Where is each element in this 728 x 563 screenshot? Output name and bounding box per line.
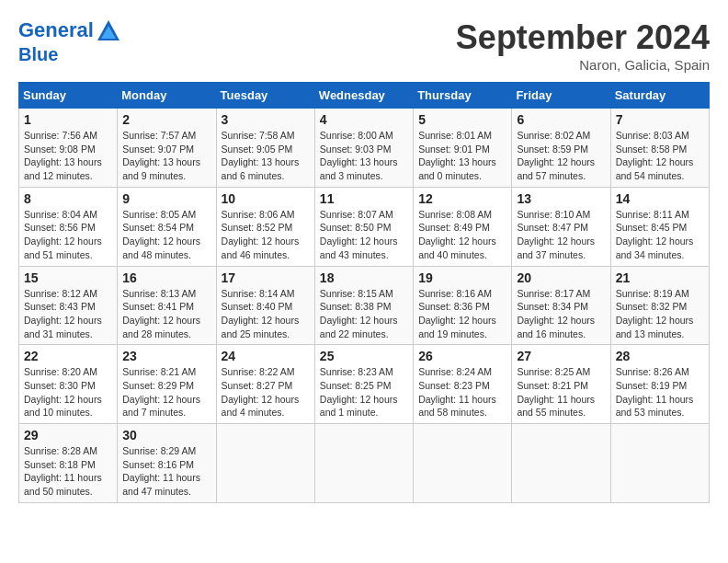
day-number: 4: [320, 112, 408, 127]
day-number: 10: [222, 191, 310, 206]
day-cell: [414, 424, 512, 503]
day-info: Sunrise: 8:03 AMSunset: 8:58 PMDaylight:…: [616, 129, 704, 183]
location: Naron, Galicia, Spain: [456, 57, 710, 73]
day-number: 13: [517, 191, 605, 206]
day-number: 7: [616, 112, 704, 127]
day-number: 2: [122, 112, 210, 127]
day-cell: 8 Sunrise: 8:04 AMSunset: 8:56 PMDayligh…: [19, 187, 118, 266]
day-number: 25: [320, 349, 408, 363]
day-cell: [512, 424, 610, 503]
col-header-monday: Monday: [118, 83, 216, 109]
day-info: Sunrise: 8:08 AMSunset: 8:49 PMDaylight:…: [418, 208, 506, 262]
day-number: 21: [616, 270, 704, 285]
day-cell: 13 Sunrise: 8:10 AMSunset: 8:47 PMDaylig…: [512, 187, 610, 266]
day-number: 26: [418, 349, 506, 363]
day-cell: 6 Sunrise: 8:02 AMSunset: 8:59 PMDayligh…: [512, 109, 610, 188]
logo-text: General: [18, 18, 121, 44]
day-number: 3: [222, 112, 310, 127]
col-header-saturday: Saturday: [610, 83, 709, 109]
day-number: 14: [616, 191, 704, 206]
day-cell: 4 Sunrise: 8:00 AMSunset: 9:03 PMDayligh…: [314, 109, 413, 188]
day-number: 17: [222, 270, 310, 285]
day-info: Sunrise: 8:22 AMSunset: 8:27 PMDaylight:…: [222, 365, 310, 419]
day-number: 15: [24, 270, 112, 285]
day-info: Sunrise: 8:07 AMSunset: 8:50 PMDaylight:…: [320, 208, 408, 262]
day-cell: 23 Sunrise: 8:21 AMSunset: 8:29 PMDaylig…: [118, 345, 216, 424]
week-row-4: 22 Sunrise: 8:20 AMSunset: 8:30 PMDaylig…: [19, 345, 710, 424]
day-info: Sunrise: 8:01 AMSunset: 9:01 PMDaylight:…: [418, 129, 506, 183]
day-cell: 17 Sunrise: 8:14 AMSunset: 8:40 PMDaylig…: [216, 266, 314, 345]
week-row-3: 15 Sunrise: 8:12 AMSunset: 8:43 PMDaylig…: [19, 266, 710, 345]
day-number: 27: [517, 349, 605, 363]
logo-text2: Blue: [18, 44, 121, 64]
week-row-1: 1 Sunrise: 7:56 AMSunset: 9:08 PMDayligh…: [19, 109, 710, 188]
day-number: 12: [418, 191, 506, 206]
day-number: 6: [517, 112, 605, 127]
day-cell: 15 Sunrise: 8:12 AMSunset: 8:43 PMDaylig…: [19, 266, 118, 345]
day-cell: 11 Sunrise: 8:07 AMSunset: 8:50 PMDaylig…: [314, 187, 413, 266]
day-info: Sunrise: 8:13 AMSunset: 8:41 PMDaylight:…: [122, 287, 210, 341]
day-info: Sunrise: 8:11 AMSunset: 8:45 PMDaylight:…: [616, 208, 704, 262]
day-number: 28: [616, 349, 704, 363]
day-info: Sunrise: 8:19 AMSunset: 8:32 PMDaylight:…: [616, 287, 704, 341]
day-cell: 7 Sunrise: 8:03 AMSunset: 8:58 PMDayligh…: [610, 109, 709, 188]
day-number: 1: [24, 112, 112, 127]
col-header-thursday: Thursday: [414, 83, 512, 109]
day-cell: 3 Sunrise: 7:58 AMSunset: 9:05 PMDayligh…: [216, 109, 314, 188]
day-cell: 24 Sunrise: 8:22 AMSunset: 8:27 PMDaylig…: [216, 345, 314, 424]
day-info: Sunrise: 8:29 AMSunset: 8:16 PMDaylight:…: [122, 444, 210, 499]
logo: General Blue: [18, 18, 121, 64]
day-number: 23: [122, 349, 210, 363]
day-info: Sunrise: 8:16 AMSunset: 8:36 PMDaylight:…: [418, 287, 506, 341]
day-number: 22: [24, 349, 112, 363]
week-row-2: 8 Sunrise: 8:04 AMSunset: 8:56 PMDayligh…: [19, 187, 710, 266]
day-info: Sunrise: 8:06 AMSunset: 8:52 PMDaylight:…: [222, 208, 310, 262]
day-info: Sunrise: 7:56 AMSunset: 9:08 PMDaylight:…: [24, 129, 112, 183]
day-info: Sunrise: 8:14 AMSunset: 8:40 PMDaylight:…: [222, 287, 310, 341]
day-info: Sunrise: 8:02 AMSunset: 8:59 PMDaylight:…: [517, 129, 605, 183]
day-number: 24: [222, 349, 310, 363]
day-cell: 29 Sunrise: 8:28 AMSunset: 8:18 PMDaylig…: [19, 424, 118, 503]
day-info: Sunrise: 7:57 AMSunset: 9:07 PMDaylight:…: [122, 129, 210, 183]
day-info: Sunrise: 8:05 AMSunset: 8:54 PMDaylight:…: [122, 208, 210, 262]
day-cell: 19 Sunrise: 8:16 AMSunset: 8:36 PMDaylig…: [414, 266, 512, 345]
day-number: 30: [122, 428, 210, 442]
day-cell: 27 Sunrise: 8:25 AMSunset: 8:21 PMDaylig…: [512, 345, 610, 424]
col-header-friday: Friday: [512, 83, 610, 109]
day-cell: 12 Sunrise: 8:08 AMSunset: 8:49 PMDaylig…: [414, 187, 512, 266]
day-cell: 26 Sunrise: 8:24 AMSunset: 8:23 PMDaylig…: [414, 345, 512, 424]
day-cell: 2 Sunrise: 7:57 AMSunset: 9:07 PMDayligh…: [118, 109, 216, 188]
day-cell: 25 Sunrise: 8:23 AMSunset: 8:25 PMDaylig…: [314, 345, 413, 424]
day-cell: 9 Sunrise: 8:05 AMSunset: 8:54 PMDayligh…: [118, 187, 216, 266]
calendar-table: SundayMondayTuesdayWednesdayThursdayFrid…: [18, 82, 710, 503]
day-number: 20: [517, 270, 605, 285]
day-info: Sunrise: 8:10 AMSunset: 8:47 PMDaylight:…: [517, 208, 605, 262]
day-info: Sunrise: 8:17 AMSunset: 8:34 PMDaylight:…: [517, 287, 605, 341]
day-number: 16: [122, 270, 210, 285]
day-info: Sunrise: 8:28 AMSunset: 8:18 PMDaylight:…: [24, 444, 112, 499]
day-cell: 5 Sunrise: 8:01 AMSunset: 9:01 PMDayligh…: [414, 109, 512, 188]
day-cell: [314, 424, 413, 503]
day-info: Sunrise: 8:21 AMSunset: 8:29 PMDaylight:…: [122, 365, 210, 419]
day-cell: 22 Sunrise: 8:20 AMSunset: 8:30 PMDaylig…: [19, 345, 118, 424]
day-cell: [216, 424, 314, 503]
col-header-wednesday: Wednesday: [314, 83, 413, 109]
day-info: Sunrise: 8:25 AMSunset: 8:21 PMDaylight:…: [517, 365, 605, 419]
day-info: Sunrise: 8:00 AMSunset: 9:03 PMDaylight:…: [320, 129, 408, 183]
day-info: Sunrise: 8:23 AMSunset: 8:25 PMDaylight:…: [320, 365, 408, 419]
day-cell: [610, 424, 709, 503]
day-number: 18: [320, 270, 408, 285]
day-info: Sunrise: 8:24 AMSunset: 8:23 PMDaylight:…: [418, 365, 506, 419]
day-info: Sunrise: 8:04 AMSunset: 8:56 PMDaylight:…: [24, 208, 112, 262]
day-info: Sunrise: 8:26 AMSunset: 8:19 PMDaylight:…: [616, 365, 704, 419]
day-info: Sunrise: 8:15 AMSunset: 8:38 PMDaylight:…: [320, 287, 408, 341]
day-cell: 18 Sunrise: 8:15 AMSunset: 8:38 PMDaylig…: [314, 266, 413, 345]
day-info: Sunrise: 7:58 AMSunset: 9:05 PMDaylight:…: [222, 129, 310, 183]
day-cell: 16 Sunrise: 8:13 AMSunset: 8:41 PMDaylig…: [118, 266, 216, 345]
week-row-5: 29 Sunrise: 8:28 AMSunset: 8:18 PMDaylig…: [19, 424, 710, 503]
page-header: General Blue September 2024 Naron, Galic…: [18, 18, 710, 73]
day-number: 19: [418, 270, 506, 285]
day-info: Sunrise: 8:12 AMSunset: 8:43 PMDaylight:…: [24, 287, 112, 341]
day-cell: 28 Sunrise: 8:26 AMSunset: 8:19 PMDaylig…: [610, 345, 709, 424]
day-info: Sunrise: 8:20 AMSunset: 8:30 PMDaylight:…: [24, 365, 112, 419]
